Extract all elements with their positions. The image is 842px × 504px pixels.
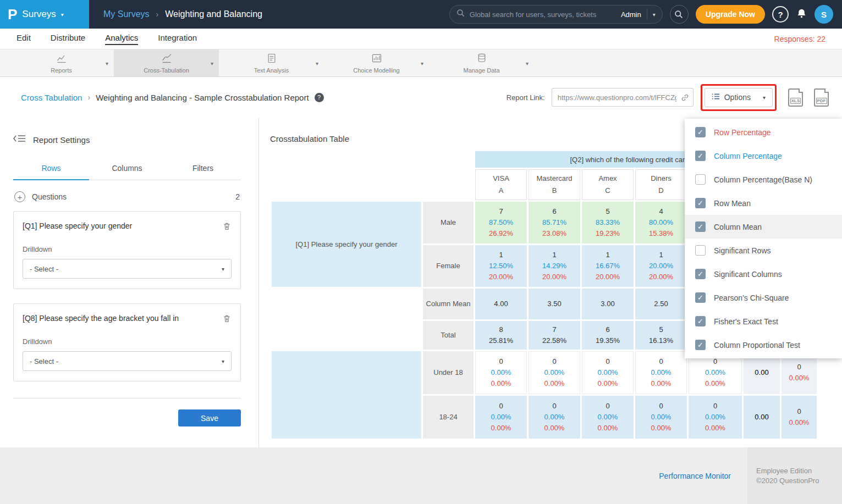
questions-count: 2	[235, 192, 240, 201]
options-menu-item-significant-columns[interactable]: ✓Significant Columns	[685, 262, 842, 286]
drilldown-select[interactable]: - Select -▾	[23, 351, 232, 371]
nav-tab-distribute[interactable]: Distribute	[51, 33, 85, 45]
responses-count: Responses: 22	[774, 35, 826, 43]
topbar: P Surveys ▾ My Surveys › Weighting and B…	[0, 0, 842, 29]
settings-tab-columns[interactable]: Columns	[89, 159, 165, 180]
options-menu-item-label: Significant Columns	[714, 270, 782, 279]
checkbox-checked-icon[interactable]: ✓	[695, 221, 706, 232]
nav-tabs: EditDistributeAnalyticsIntegration	[16, 33, 197, 45]
checkbox-unchecked-icon[interactable]	[695, 245, 706, 256]
checkbox-checked-icon[interactable]: ✓	[695, 127, 706, 137]
help-icon[interactable]: ?	[315, 93, 324, 102]
checkbox-checked-icon[interactable]: ✓	[695, 340, 706, 350]
checkbox-checked-icon[interactable]: ✓	[695, 151, 706, 161]
data-cell: 00.00%0.00%	[582, 396, 634, 439]
footer: Performance Monitor Employee Edition ©20…	[0, 447, 842, 504]
chevron-down-icon[interactable]: ▾	[421, 60, 423, 66]
checkbox-checked-icon[interactable]: ✓	[695, 316, 706, 326]
chevron-down-icon[interactable]: ▾	[211, 60, 213, 66]
global-search[interactable]: Admin ▾	[449, 5, 663, 24]
toolbar-item-choice-modelling[interactable]: Choice Modelling▾	[324, 49, 429, 76]
options-menu-item-row-mean[interactable]: ✓Row Mean	[685, 191, 842, 215]
chevron-down-icon[interactable]: ▾	[526, 60, 529, 66]
options-menu-item-fisher-s-exact-test[interactable]: ✓Fisher's Exact Test	[685, 309, 842, 333]
checkbox-checked-icon[interactable]: ✓	[695, 292, 706, 303]
add-question-button[interactable]: +	[14, 191, 25, 202]
nav-tab-analytics[interactable]: Analytics	[105, 33, 138, 45]
toolbar-item-label: Choice Modelling	[353, 67, 399, 74]
row-label-18-24: 18-24	[423, 396, 474, 439]
line-chart-icon	[56, 53, 67, 66]
chevron-down-icon[interactable]: ▾	[106, 60, 108, 66]
cross-tabulation-link[interactable]: Cross Tabulation	[21, 93, 82, 102]
data-cell: 00.00%0.00%	[635, 351, 687, 394]
export-xls-button[interactable]: XLS	[788, 88, 803, 107]
toolbar-item-reports[interactable]: Reports▾	[9, 49, 114, 76]
nav-tab-edit[interactable]: Edit	[16, 33, 31, 45]
chevron-down-icon[interactable]: ▾	[653, 12, 656, 18]
checkbox-checked-icon[interactable]: ✓	[695, 269, 706, 279]
bar-chart-icon	[371, 53, 382, 66]
options-button-wrap: Options ▾	[705, 88, 773, 107]
chevron-down-icon[interactable]: ▾	[316, 60, 318, 66]
options-menu-item-label: Significant Rows	[714, 246, 771, 255]
options-menu-item-row-percentage[interactable]: ✓Row Percentage	[685, 120, 842, 144]
row-label-column-mean: Column Mean	[423, 289, 474, 319]
toolbar-item-manage-data[interactable]: Manage Data▾	[429, 49, 534, 76]
breadcrumb-my-surveys[interactable]: My Surveys	[103, 9, 150, 19]
options-menu-item-column-percentage[interactable]: ✓Column Percentage	[685, 144, 842, 168]
column-header-amex: AmexC	[582, 169, 634, 200]
search-scope[interactable]: Admin	[621, 10, 641, 19]
options-menu-item-column-mean[interactable]: ✓Column Mean	[685, 215, 842, 239]
collapse-panel-icon[interactable]	[13, 134, 26, 145]
delete-question-icon[interactable]	[222, 314, 232, 325]
user-avatar[interactable]: S	[815, 5, 833, 24]
search-input[interactable]	[470, 10, 621, 19]
checkbox-unchecked-icon[interactable]	[695, 174, 706, 185]
help-button[interactable]: ?	[772, 6, 789, 23]
toolbar-item-cross-tabulation[interactable]: Cross-Tabulation▾	[114, 49, 219, 76]
performance-monitor-link[interactable]: Performance Monitor	[659, 472, 731, 480]
drilldown-select-value: - Select -	[30, 357, 222, 365]
options-menu-item-label: Column Proportional Test	[714, 341, 800, 350]
row-label-total: Total	[423, 321, 474, 350]
divider	[647, 9, 647, 20]
report-link-label: Report Link:	[507, 93, 545, 102]
report-link-input[interactable]	[552, 88, 694, 107]
list-options-icon	[712, 93, 720, 102]
copyright-line: ©2020 QuestionPro	[756, 477, 842, 485]
notifications-bell-icon[interactable]	[796, 8, 807, 21]
data-cell: 787.50%26.92%	[475, 202, 527, 243]
settings-tab-filters[interactable]: Filters	[165, 159, 241, 180]
checkbox-checked-icon[interactable]: ✓	[695, 198, 706, 208]
options-button-label: Options	[724, 93, 751, 102]
link-icon[interactable]	[680, 93, 690, 104]
column-header-mastercard: MastercardB	[529, 169, 580, 200]
edition-line: Employee Edition	[756, 467, 842, 475]
options-menu-item-label: Column Mean	[714, 223, 762, 231]
breadcrumb: My Surveys › Weighting and Balancing	[103, 9, 262, 19]
options-button[interactable]: Options ▾	[705, 88, 773, 107]
options-menu-item-label: Row Percentage	[714, 128, 771, 137]
column-header-visa: VISAA	[475, 169, 527, 200]
nav-tab-integration[interactable]: Integration	[158, 33, 197, 45]
drilldown-select[interactable]: - Select -▾	[23, 259, 232, 279]
options-menu-item-pearson-s-chi-square[interactable]: ✓Pearson's Chi-Square	[685, 286, 842, 309]
options-menu-item-significant-rows[interactable]: Significant Rows	[685, 239, 842, 262]
save-button[interactable]: Save	[178, 409, 241, 427]
column-header-diners: DinersD	[635, 169, 687, 200]
toolbar-item-text-analysis[interactable]: Text Analysis▾	[219, 49, 324, 76]
delete-question-icon[interactable]	[222, 221, 232, 233]
options-menu-item-label: Column Percentage	[714, 152, 782, 160]
data-cell: 722.58%	[529, 321, 580, 350]
export-pdf-button[interactable]: PDF	[814, 88, 829, 107]
upgrade-now-button[interactable]: Upgrade Now	[696, 5, 765, 24]
options-menu-item-column-proportional-test[interactable]: ✓Column Proportional Test	[685, 333, 842, 357]
chevron-down-icon: ▾	[763, 95, 766, 101]
settings-tab-rows[interactable]: Rows	[13, 159, 89, 180]
report-actions: Report Link: Options ▾ XLS PDF	[507, 88, 829, 107]
options-menu-item-column-percentage-base-n[interactable]: Column Percentage(Base N)	[685, 168, 842, 191]
product-switcher[interactable]: P Surveys ▾	[0, 0, 89, 29]
search-button[interactable]	[670, 5, 689, 24]
options-menu-item-label: Fisher's Exact Test	[714, 317, 778, 326]
